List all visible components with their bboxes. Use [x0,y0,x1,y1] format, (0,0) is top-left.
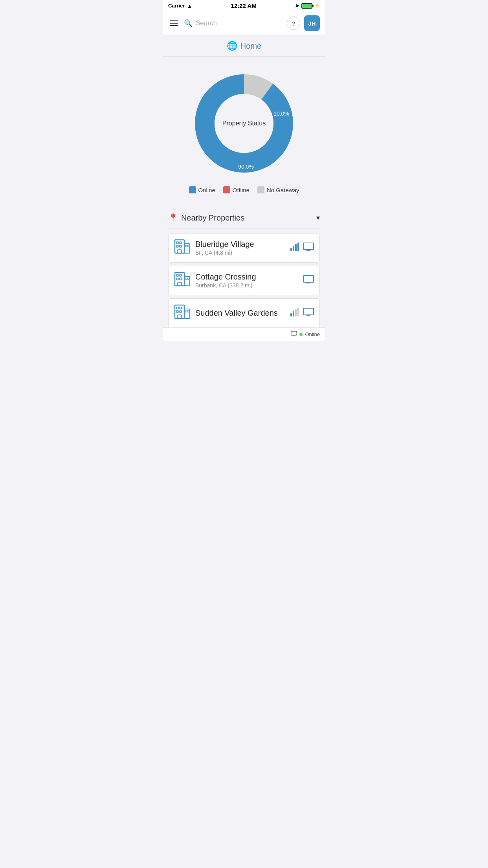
chart-section: 10.0% 90.0% Property Status Online Offli… [163,57,325,201]
chevron-down-icon[interactable]: ▾ [316,213,320,222]
legend-online: Online [189,186,215,193]
svg-rect-9 [290,248,292,251]
svg-rect-2 [180,242,182,244]
screen-icon [303,243,314,254]
svg-rect-44 [291,331,297,335]
time-label: 12:22 AM [231,2,257,9]
property-badges [290,308,314,319]
property-name: Cottage Crossing [195,272,298,281]
svg-rect-35 [185,311,187,312]
nearby-header[interactable]: 📍 Nearby Properties ▾ [168,209,320,228]
hamburger-line-1 [170,20,178,21]
svg-rect-31 [176,311,178,313]
location-pin-icon: 📍 [168,213,178,223]
svg-rect-7 [185,245,187,247]
online-status-label: Online [305,331,320,337]
wifi-icon: ▲ [187,3,193,9]
bars-icon [290,243,300,254]
online-status-dot [299,333,303,336]
search-area[interactable]: 🔍 Search [184,19,283,28]
help-icon: ? [292,20,295,27]
svg-rect-8 [187,245,189,247]
bars-icon [290,308,300,319]
svg-rect-39 [295,309,297,316]
property-card[interactable]: Cottage Crossing Burbank, CA (338.2 mi) [168,266,320,295]
svg-rect-18 [180,274,182,276]
screen-icon [303,308,314,319]
svg-rect-12 [297,243,299,251]
svg-rect-20 [180,278,182,280]
donut-chart: 10.0% 90.0% Property Status [189,68,299,178]
chart-legend: Online Offline No Gateway [189,186,299,193]
svg-rect-5 [178,250,182,253]
svg-rect-40 [297,308,299,316]
svg-rect-17 [176,274,178,276]
avatar-button[interactable]: JH [304,15,320,31]
property-list: Blueridge Village SF, CA (4.8 mi) [168,233,320,327]
legend-offline: Offline [223,186,250,193]
no-gateway-label: 10.0% [273,110,289,117]
online-swatch [189,186,196,193]
hamburger-line-3 [170,25,178,26]
menu-button[interactable] [168,19,180,28]
svg-rect-4 [180,245,182,247]
property-name: Blueridge Village [195,240,286,249]
property-location: Burbank, CA (338.2 mi) [195,282,298,289]
nearby-title: Nearby Properties [181,213,244,223]
nearby-section: 📍 Nearby Properties ▾ [163,201,325,327]
donut-hole [215,94,273,153]
avatar-initials: JH [308,20,316,27]
charging-icon: ⚡ [314,3,320,8]
svg-rect-10 [293,246,294,251]
donut-svg: 10.0% 90.0% [189,68,299,178]
search-placeholder: Search [196,19,217,27]
bottom-status-bar: Online [163,327,325,341]
svg-rect-21 [178,282,182,286]
svg-rect-36 [187,311,189,312]
property-card[interactable]: Sudden Valley Gardens [168,298,320,327]
svg-rect-33 [178,315,182,318]
status-bar: Carrier ▲ 12:22 AM ➤ ⚡ [163,0,325,11]
status-bar-right: ➤ ⚡ [295,3,320,9]
svg-rect-25 [303,276,314,282]
carrier-label: Carrier [168,3,185,9]
screen-icon [303,275,314,286]
status-bar-left: Carrier ▲ [168,3,193,9]
property-card[interactable]: Blueridge Village SF, CA (4.8 mi) [168,233,320,263]
svg-rect-13 [303,243,314,250]
svg-rect-37 [290,313,292,316]
page-title-bar: 🌐 Home [163,35,325,57]
svg-rect-24 [187,278,189,280]
svg-rect-11 [295,244,297,251]
online-label: 90.0% [238,164,254,170]
svg-rect-41 [303,308,314,315]
battery-icon [301,3,312,9]
svg-rect-30 [180,307,182,309]
page-title: Home [240,42,261,51]
property-info: Cottage Crossing Burbank, CA (338.2 mi) [195,272,298,289]
no-gateway-swatch [257,186,264,193]
offline-swatch [223,186,230,193]
property-badges [290,243,314,254]
svg-rect-3 [176,245,178,247]
globe-icon: 🌐 [227,41,237,51]
hamburger-line-2 [170,23,178,24]
building-icon [174,272,191,289]
monitor-icon [291,331,297,338]
help-button[interactable]: ? [287,17,300,30]
nav-bar: 🔍 Search ? JH [163,11,325,35]
property-location: SF, CA (4.8 mi) [195,250,286,256]
online-legend-label: Online [198,187,215,193]
property-badges [303,275,314,286]
svg-rect-32 [180,311,182,313]
svg-rect-19 [176,278,178,280]
property-name: Sudden Valley Gardens [195,309,286,318]
nearby-header-left: 📍 Nearby Properties [168,213,244,223]
legend-no-gateway: No Gateway [257,186,299,193]
property-info: Sudden Valley Gardens [195,309,286,318]
building-icon [174,239,191,257]
property-info: Blueridge Village SF, CA (4.8 mi) [195,240,286,256]
svg-rect-29 [176,307,178,309]
location-arrow-icon: ➤ [295,3,299,9]
svg-rect-1 [176,242,178,244]
